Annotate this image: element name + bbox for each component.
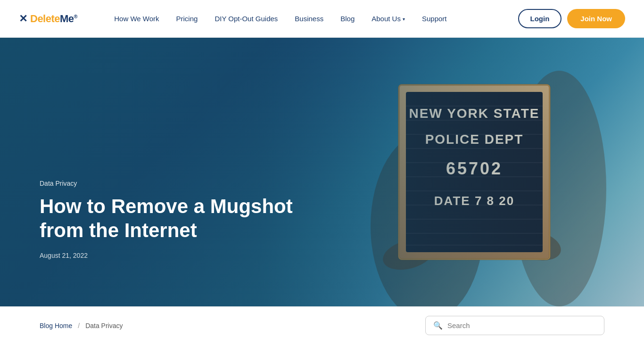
nav-link-support[interactable]: Support: [413, 0, 455, 38]
bottom-bar: Blog Home / Data Privacy 🔍: [0, 306, 644, 344]
logo[interactable]: ✕ DeleteMe®: [19, 13, 77, 25]
join-now-button[interactable]: Join Now: [567, 9, 625, 28]
breadcrumb-separator: /: [78, 322, 80, 329]
nav-links: How We Work Pricing DIY Opt-Out Guides B…: [106, 0, 455, 38]
login-button[interactable]: Login: [518, 9, 562, 28]
hero-category: Data Privacy: [40, 180, 341, 187]
logo-text: DeleteMe®: [30, 13, 77, 25]
navbar: ✕ DeleteMe® How We Work Pricing DIY Opt-…: [0, 0, 644, 38]
navbar-right: Login Join Now: [518, 9, 626, 28]
search-box: 🔍: [425, 316, 604, 335]
search-input[interactable]: [447, 321, 596, 329]
hero-content: Data Privacy How to Remove a Mugshot fro…: [40, 180, 341, 259]
nav-link-blog[interactable]: Blog: [332, 0, 363, 38]
nav-link-diy-opt-out[interactable]: DIY Opt-Out Guides: [206, 0, 286, 38]
nav-link-how-we-work[interactable]: How We Work: [106, 0, 167, 38]
hero-date: August 21, 2022: [40, 252, 341, 259]
breadcrumb-home[interactable]: Blog Home: [40, 322, 72, 329]
breadcrumb-current: Data Privacy: [85, 322, 123, 329]
navbar-left: ✕ DeleteMe® How We Work Pricing DIY Opt-…: [19, 0, 455, 38]
nav-link-pricing[interactable]: Pricing: [168, 0, 206, 38]
logo-icon: ✕: [19, 13, 27, 25]
chevron-down-icon: ▾: [403, 16, 405, 22]
hero-title: How to Remove a Mugshot from the Interne…: [40, 195, 341, 242]
breadcrumb: Blog Home / Data Privacy: [40, 322, 123, 329]
search-icon: 🔍: [433, 321, 443, 330]
hero-section: NEW YORK STATE POLICE DEPT 65702 DATE 7 …: [0, 38, 644, 306]
nav-link-about-us[interactable]: About Us ▾: [363, 0, 413, 38]
hero-overlay: [0, 38, 644, 306]
nav-link-business[interactable]: Business: [286, 0, 332, 38]
